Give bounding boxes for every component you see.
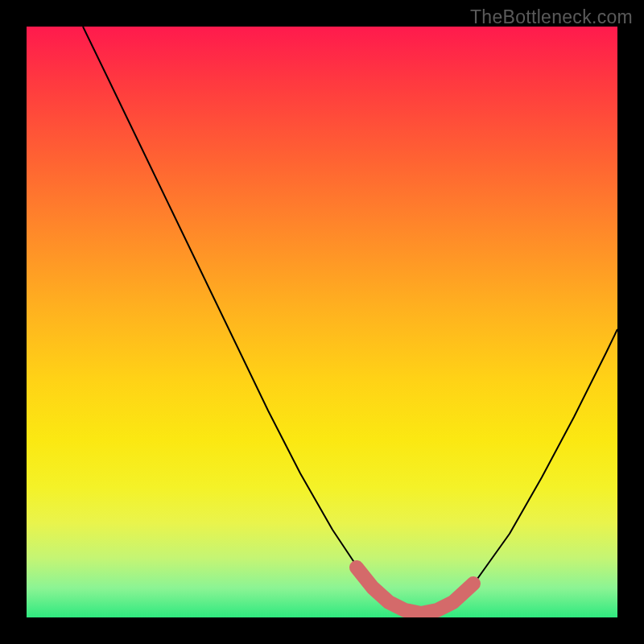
watermark-text: TheBottleneck.com (470, 6, 633, 28)
series-optimal-highlight (357, 568, 473, 613)
plot-area (27, 27, 617, 617)
chart-container: TheBottleneck.com (0, 0, 644, 644)
curve-overlay (27, 27, 617, 617)
series-bottleneck-curve (83, 27, 617, 613)
